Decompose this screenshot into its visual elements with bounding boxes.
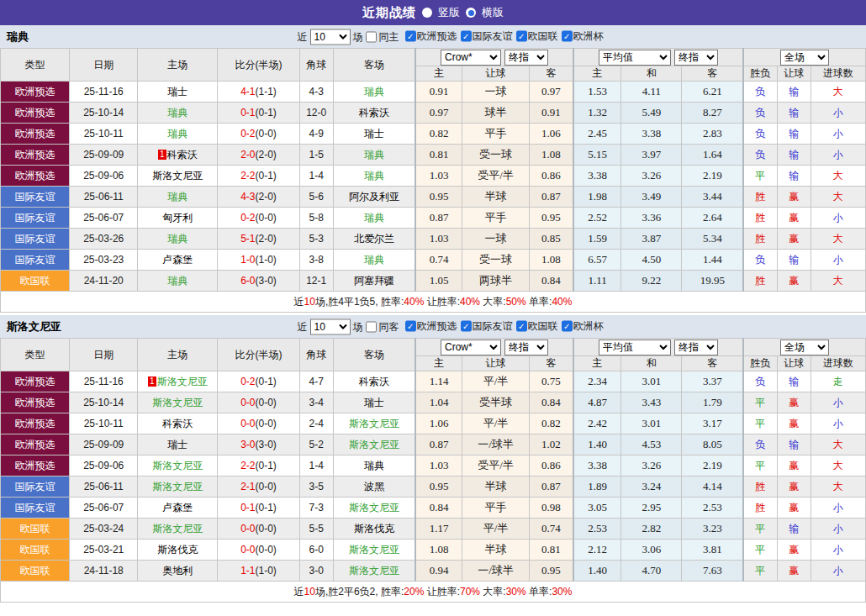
header-cell: 比分(半场)	[218, 49, 299, 82]
checkbox-checked-icon[interactable]	[516, 31, 527, 42]
full-match-select[interactable]: 全场	[780, 50, 829, 66]
fulltime-score: 2-2	[240, 170, 255, 182]
avg-away-cell: 3.44	[682, 187, 743, 208]
result-cell: 负	[743, 124, 777, 145]
avg-home-cell: 1.40	[573, 561, 621, 582]
checkbox-checked-icon[interactable]	[405, 321, 416, 332]
full-match-select[interactable]: 全场	[780, 340, 829, 355]
away-team-name: 斯洛文尼亚	[349, 565, 399, 577]
let-away-cell: 0.84	[530, 392, 573, 413]
avg-draw-cell: 3.36	[621, 208, 682, 229]
checkbox-checked-icon[interactable]	[516, 321, 527, 332]
avg-home-cell: 5.15	[573, 145, 621, 166]
date-cell: 25-06-11	[70, 187, 138, 208]
same-side-label[interactable]: 同主	[379, 29, 399, 44]
result-cell: 平	[743, 392, 777, 413]
away-team-name: 斯洛文尼亚	[349, 439, 399, 450]
avg-home-cell: 6.57	[573, 250, 621, 271]
checkbox-checked-icon[interactable]	[562, 321, 573, 332]
horizontal-layout-radio-icon[interactable]	[466, 8, 476, 18]
score-cell: 2-1(0-0)	[218, 476, 299, 498]
summary-text: 让胜率:	[424, 586, 460, 598]
score-cell: 1-0(1-0)	[218, 250, 299, 271]
match-row: 国际友谊25-06-07匈牙利0-2(0-0)5-8瑞典0.87平手0.952.…	[1, 208, 866, 229]
score-cell: 0-2(0-0)	[218, 124, 299, 145]
match-type-cell: 欧洲预选	[1, 166, 70, 187]
header-cell: 比分(半场)	[218, 339, 299, 371]
vertical-layout-label[interactable]: 竖版	[438, 5, 460, 20]
score-cell: 0-2(0-1)	[218, 371, 299, 392]
same-side-checkbox[interactable]	[366, 31, 377, 42]
summary-text: 30%	[552, 586, 572, 598]
checkbox-checked-icon[interactable]	[405, 31, 416, 42]
same-side-label[interactable]: 同客	[379, 319, 399, 334]
avg-home-cell: 1.53	[573, 82, 621, 103]
match-row: 欧国联25-03-24斯洛文尼亚0-0(0-0)5-5斯洛伐克1.17平/半0.…	[1, 519, 866, 540]
match-count-select[interactable]: 10	[310, 29, 351, 45]
checkbox-checked-icon[interactable]	[461, 321, 472, 332]
date-cell: 25-03-21	[70, 540, 138, 561]
league-checkbox-item[interactable]: 欧国联	[516, 29, 558, 44]
avg-home-cell: 3.38	[573, 455, 621, 476]
odds-source-select[interactable]: Crow*	[441, 50, 501, 66]
average-final-select[interactable]: 终指	[674, 50, 718, 66]
league-checkbox-item[interactable]: 欧国联	[516, 319, 558, 334]
let-result-cell: 赢	[777, 187, 811, 208]
league-checkbox-item[interactable]: 欧洲预选	[405, 29, 457, 44]
let-result-cell: 赢	[777, 476, 811, 498]
corner-cell: 4-9	[299, 124, 333, 145]
vertical-layout-radio-icon[interactable]	[422, 8, 432, 18]
corner-cell: 7-3	[299, 498, 333, 519]
league-checkbox-item[interactable]: 国际友谊	[461, 319, 513, 334]
match-count-select[interactable]: 10	[310, 319, 351, 334]
summary-text: 单率:	[526, 296, 552, 308]
horizontal-layout-label[interactable]: 横版	[482, 5, 504, 20]
corner-cell: 5-5	[299, 519, 333, 540]
league-checkbox-item[interactable]: 欧洲预选	[405, 319, 457, 334]
fulltime-score: 0-1	[240, 107, 255, 118]
odds-final-select[interactable]: 终指	[504, 340, 548, 355]
match-row: 国际友谊25-03-26瑞典5-1(2-0)5-3北爱尔兰1.03一球0.851…	[1, 229, 866, 250]
league-checkbox-item[interactable]: 欧洲杯	[562, 29, 604, 44]
same-side-checkbox[interactable]	[366, 321, 377, 332]
home-team-name: 瑞典	[167, 191, 187, 203]
section-header: 斯洛文尼亚 近 10 场 同客 欧洲预选国际友谊欧国联欧洲杯	[0, 315, 866, 338]
let-home-cell: 0.95	[415, 476, 462, 498]
home-team-cell: 瑞典	[138, 271, 218, 292]
subheader-cell: 客	[530, 66, 573, 82]
corner-cell: 4-7	[299, 371, 333, 392]
score-cell: 0-1(0-1)	[218, 103, 299, 124]
league-checkbox-item[interactable]: 国际友谊	[461, 29, 513, 44]
result-cell: 负	[743, 434, 777, 455]
league-label: 欧洲预选	[417, 29, 457, 44]
checkbox-checked-icon[interactable]	[562, 31, 573, 42]
average-source-select[interactable]: 平均值	[599, 340, 671, 355]
avg-home-cell: 2.12	[573, 540, 621, 561]
subheader-cell: 让球	[462, 66, 529, 82]
odds-final-select[interactable]: 终指	[504, 50, 548, 66]
away-team-name: 瑞典	[364, 86, 384, 97]
league-checkbox-item[interactable]: 欧洲杯	[562, 319, 604, 334]
let-away-cell: 0.87	[530, 476, 573, 498]
date-cell: 25-10-11	[70, 413, 138, 434]
subheader-cell: 和	[621, 356, 682, 371]
match-type-label: 国际友谊	[15, 212, 55, 224]
checkbox-checked-icon[interactable]	[461, 31, 472, 42]
odds-source-select[interactable]: Crow*	[441, 340, 501, 355]
halftime-score: (0-1)	[256, 502, 277, 513]
table-body: 欧洲预选25-11-161斯洛文尼亚0-2(0-1)4-7科索沃1.14平/半0…	[1, 371, 866, 582]
score-cell: 6-0(3-0)	[218, 271, 299, 292]
away-team-cell: 科索沃	[333, 371, 415, 392]
average-source-select[interactable]: 平均值	[599, 50, 671, 66]
let-result-cell: 赢	[777, 413, 811, 434]
avg-draw-cell: 4.53	[621, 434, 682, 455]
home-team-name: 科索沃	[167, 149, 198, 161]
goals-cell: 大	[811, 455, 865, 476]
halftime-score: (3-0)	[256, 275, 277, 287]
league-filters: 欧洲预选国际友谊欧国联欧洲杯	[402, 29, 604, 45]
halftime-score: (2-0)	[256, 191, 277, 203]
score-cell: 5-1(2-0)	[218, 229, 299, 250]
goals-cell: 大	[811, 271, 865, 292]
fulltime-score: 4-1	[240, 86, 255, 97]
average-final-select[interactable]: 终指	[674, 340, 718, 355]
